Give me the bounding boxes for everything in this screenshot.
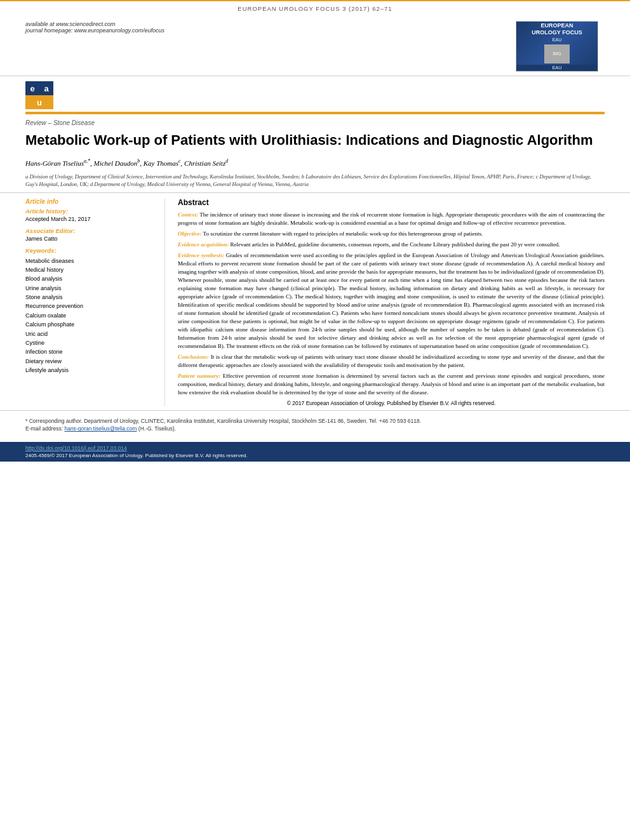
article-history-value: Accepted March 21, 2017 (25, 216, 155, 222)
author-tiselius: Hans-Göran Tiselius (25, 159, 84, 166)
keyword-calcium-oxalate: Calcium oxalate (25, 311, 155, 320)
keywords-list: Metabolic diseases Medical history Blood… (25, 257, 155, 375)
journal-bar: EUROPEAN UROLOGY FOCUS 3 (2017) 62–71 (0, 0, 630, 15)
footnote-section: * Corresponding author. Department of Ur… (0, 410, 630, 437)
evidence-syn-text: Grades of recommendation were used accor… (178, 252, 605, 350)
conclusions-paragraph: Conclusions: It is clear that the metabo… (178, 353, 605, 370)
header-section: available at www.sciencedirect.com journ… (0, 15, 630, 76)
keyword-dietary-review: Dietary review (25, 357, 155, 366)
keyword-stone-analysis: Stone analysis (25, 293, 155, 302)
keyword-medical-history: Medical history (25, 265, 155, 274)
available-text: available at www.sciencedirect.com (25, 21, 164, 27)
two-col-layout: Article info Article history: Accepted M… (0, 193, 630, 406)
evidence-syn-label: Evidence synthesis: (178, 252, 224, 258)
journal-cover-subtitle: EAU (553, 37, 561, 42)
evidence-syn-paragraph: Evidence synthesis: Grades of recommenda… (178, 251, 605, 351)
keyword-uric-acid: Uric acid (25, 330, 155, 338)
assoc-editor-label: Associate Editor: (25, 227, 155, 234)
right-column: Abstract Context: The incidence of urina… (178, 198, 605, 406)
keyword-cystine: Cystine (25, 338, 155, 347)
bottom-bar: http://dx.doi.org/10.1016/j.euf.2017.03.… (0, 442, 630, 462)
affiliations: a Division of Urology, Department of Cli… (0, 171, 630, 193)
eau-a-letter: a (39, 81, 53, 95)
author-seitz: Christian Seitz (184, 159, 225, 166)
context-text: The incidence of urinary tract stone dis… (178, 211, 605, 226)
footnote-star-note: * Corresponding author. Department of Ur… (25, 418, 421, 424)
keyword-metabolic-diseases: Metabolic diseases (25, 257, 155, 265)
patient-summary-text: Effective prevention of recurrent stone … (178, 373, 605, 396)
doi-link[interactable]: http://dx.doi.org/10.1016/j.euf.2017.03.… (25, 445, 605, 451)
article-info-heading: Article info (25, 198, 155, 205)
evidence-acq-paragraph: Evidence acquisition: Relevant articles … (178, 241, 605, 249)
footnote-star: * Corresponding author. Department of Ur… (25, 417, 605, 425)
main-title: Metabolic Work-up of Patients with Uroli… (0, 129, 630, 154)
conclusions-text: It is clear that the metabolic work-up o… (178, 354, 605, 368)
keywords-label: Keywords: (25, 247, 155, 254)
journal-bar-text: EUROPEAN UROLOGY FOCUS 3 (2017) 62–71 (238, 5, 392, 12)
email-suffix: (H.-G. Tiselius). (138, 425, 176, 432)
footnote-email: E-mail address: hans-goran.tiselius@teli… (25, 425, 605, 433)
objective-label: Objective: (178, 230, 201, 237)
doi-anchor[interactable]: http://dx.doi.org/10.1016/j.euf.2017.03.… (25, 445, 127, 451)
eau-top: e a (25, 81, 53, 95)
keyword-lifestyle-analysis: Lifestyle analysis (25, 366, 155, 375)
author-thomas: Kay Thomas (144, 159, 178, 166)
email-link[interactable]: hans-goran.tiselius@telia.com (64, 425, 137, 432)
sup-a: a,* (84, 158, 90, 164)
header-left: available at www.sciencedirect.com journ… (25, 21, 164, 34)
patient-summary-label: Patient summary: (178, 373, 220, 379)
header-right: EUROPEANUROLOGY FOCUS EAU IMG EAU (516, 21, 605, 72)
homepage-text: journal homepage: www.europeanurology.co… (25, 27, 164, 34)
keyword-infection-stone: Infection stone (25, 347, 155, 356)
eau-e-letter: e (25, 81, 39, 95)
review-label: Review – Stone Disease (0, 114, 630, 129)
evidence-acq-text: Relevant articles in PubMed, guideline d… (231, 241, 560, 248)
cover-image: IMG (544, 44, 570, 63)
copyright-text: © 2017 European Association of Urology. … (178, 400, 605, 406)
bottom-rights: 2405-4569/© 2017 European Association of… (25, 453, 605, 458)
assoc-editor-value: James Catto (25, 236, 155, 242)
objective-text: To scrutinize the current literature wit… (203, 230, 483, 237)
sup-d: d (225, 158, 228, 164)
left-column: Article info Article history: Accepted M… (25, 198, 165, 406)
logo-section: e a u (0, 76, 630, 112)
author-daudon: Michel Daudon (94, 159, 138, 166)
conclusions-label: Conclusions: (178, 354, 209, 360)
article-history-label: Article history: (25, 208, 155, 215)
keyword-calcium-phosphate: Calcium phosphate (25, 320, 155, 329)
context-paragraph: Context: The incidence of urinary tract … (178, 211, 605, 227)
context-label: Context: (178, 211, 198, 218)
keyword-recurrence-prevention: Recurrence prevention (25, 302, 155, 310)
eau-logo: e a u (25, 81, 53, 109)
patient-summary-paragraph: Patient summary: Effective prevention of… (178, 372, 605, 397)
objective-paragraph: Objective: To scrutinize the current lit… (178, 230, 605, 238)
eau-u-letter: u (25, 95, 53, 109)
abstract-heading: Abstract (178, 198, 605, 207)
journal-cover-title: EUROPEANUROLOGY FOCUS (532, 22, 582, 36)
eau-letters: e a u (25, 81, 53, 109)
evidence-acq-label: Evidence acquisition: (178, 241, 229, 248)
journal-cover: EUROPEANUROLOGY FOCUS EAU IMG EAU (516, 21, 598, 72)
authors-line: Hans-Göran Tiseliusa,*, Michel Daudonb, … (0, 154, 630, 171)
keyword-urine-analysis: Urine analysis (25, 284, 155, 293)
email-label: E-mail address: (25, 425, 63, 432)
keyword-blood-analysis: Blood analysis (25, 274, 155, 283)
eau-bottom-logo: EAU (516, 65, 598, 70)
